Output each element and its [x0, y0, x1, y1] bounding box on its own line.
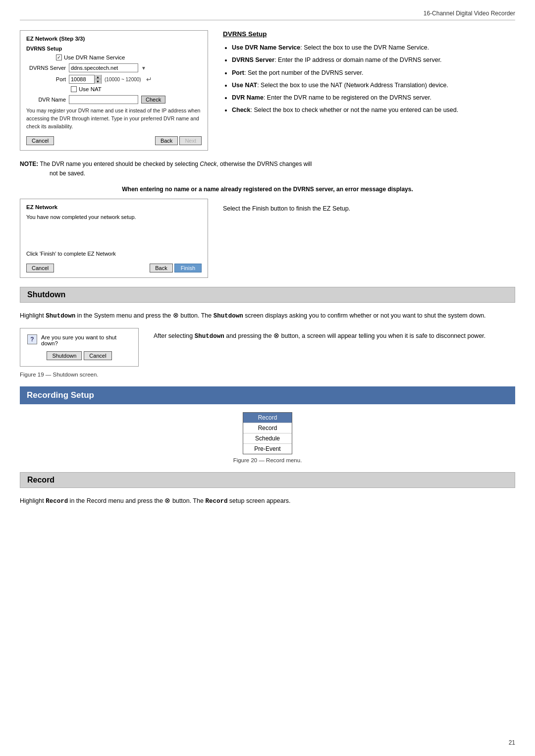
port-label: Port: [26, 76, 66, 82]
shutdown-two-col: ? Are you sure you want to shut down? Sh…: [20, 328, 515, 367]
bullet-text-6: : Select the box to check whether or not…: [251, 107, 459, 113]
note-label: NOTE:: [20, 161, 38, 167]
dvr-name-input[interactable]: [69, 95, 138, 104]
dropdown-arrow-icon: ▼: [141, 65, 146, 71]
record-body-text1: Highlight: [20, 497, 46, 504]
port-range-hint: (10000 ~ 12000): [105, 77, 141, 82]
return-icon: ↵: [146, 75, 152, 83]
shutdown-figure-caption: Figure 19 — Shutdown screen.: [20, 372, 515, 378]
record-body-text3: button. The: [170, 497, 205, 504]
back-button[interactable]: Back: [155, 136, 178, 145]
bullet-text-5: : Enter the DVR name to be registered on…: [264, 94, 431, 101]
record-menu-item-2[interactable]: Schedule: [243, 433, 292, 443]
port-row: Port ▲ ▼ (10000 ~ 12000) ↵: [26, 75, 202, 84]
shutdown-cancel-dialog-btn[interactable]: Cancel: [84, 351, 111, 360]
dvrns-server-label: DVRNS Server: [26, 65, 66, 71]
ez-back-button[interactable]: Back: [150, 264, 172, 272]
use-nat-label: Use NAT: [79, 86, 102, 92]
shutdown-dialog-question: Are you sure you want to shut down?: [41, 334, 131, 346]
ez-complete-title: EZ Network: [26, 204, 202, 210]
dvrns-bullet-list: Use DVR Name Service: Select the box to …: [223, 43, 515, 116]
bullet-text-1: : Select the box to use the DVR Name Ser…: [300, 44, 429, 51]
ez-network-box: EZ Network (Step 3/3) DVRNS Setup ✓ Use …: [20, 30, 208, 151]
shutdown-body-text3: button. The: [179, 312, 214, 319]
dvrns-server-row: DVRNS Server ▼: [26, 63, 202, 72]
dvrns-setup-right-col: DVRNS Setup Use DVR Name Service: Select…: [223, 30, 515, 151]
ez-complete-hint: Click 'Finish' to complete EZ Network: [26, 251, 202, 257]
shutdown-heading: Shutdown: [27, 290, 65, 299]
note-sub-text: When entering no name or a name already …: [122, 186, 413, 193]
bullet-text-3: : Set the port number of the DVRNS serve…: [244, 69, 363, 76]
record-body-text4: setup screen appears.: [227, 497, 290, 504]
dvr-name-label: DVR Name: [26, 97, 66, 103]
check-button[interactable]: Check: [141, 96, 165, 104]
ez-complete-section: EZ Network You have now completed your n…: [20, 199, 515, 278]
record-enter-icon: ⊗: [164, 496, 170, 504]
dvrns-setup-label: DVRNS Setup: [26, 46, 202, 52]
record-body-bold: Record: [46, 498, 68, 505]
shutdown-right-text2: and pressing the: [224, 332, 273, 339]
shutdown-dialog-inner: ? Are you sure you want to shut down?: [27, 334, 131, 346]
use-nat-row: Use NAT: [71, 86, 202, 92]
note-sub: When entering no name or a name already …: [20, 186, 515, 193]
shutdown-right-text: After selecting Shutdown and pressing th…: [154, 328, 515, 367]
page-header: 16-Channel Digital Video Recorder: [20, 10, 515, 20]
ez-network-left-col: EZ Network (Step 3/3) DVRNS Setup ✓ Use …: [20, 30, 208, 151]
record-heading: Record: [27, 476, 54, 484]
use-dvr-checkbox[interactable]: ✓: [56, 54, 62, 60]
shutdown-dialog-btn[interactable]: Shutdown: [47, 351, 82, 360]
record-menu-container: Record Record Schedule Pre-Event Figure …: [20, 412, 515, 463]
shutdown-right-text1: After selecting: [154, 332, 195, 339]
record-figure-caption: Figure 20 — Record menu.: [20, 457, 515, 463]
shutdown-body-text4: screen displays asking you to confirm wh…: [243, 312, 486, 319]
ez-complete-box: EZ Network You have now completed your n…: [20, 199, 208, 278]
finish-button[interactable]: Finish: [174, 264, 202, 272]
shutdown-body-bold2: Shutdown: [214, 313, 243, 320]
port-input[interactable]: [69, 75, 94, 83]
dvrns-right-heading: DVRNS Setup: [223, 30, 515, 38]
shutdown-body: Highlight Shutdown in the System menu an…: [20, 310, 515, 321]
header-title: 16-Channel Digital Video Recorder: [424, 10, 515, 17]
shutdown-body-text1: Highlight: [20, 312, 46, 319]
dvrns-server-input[interactable]: [69, 63, 138, 72]
bullet-item-2: DVRNS Server: Enter the IP address or do…: [232, 55, 515, 65]
info-text: You may register your DVR name and use i…: [26, 107, 202, 130]
record-menu-item-1[interactable]: Record: [243, 423, 292, 433]
bullet-text-4: : Select the box to use the NAT (Network…: [257, 82, 448, 89]
bullet-term-1: Use DVR Name Service: [232, 44, 300, 51]
note-section: NOTE: The DVR name you entered should be…: [20, 160, 515, 178]
record-menu-box: Record Record Schedule Pre-Event: [243, 412, 292, 454]
ez-network-title: EZ Network (Step 3/3): [26, 36, 202, 42]
record-body: Highlight Record in the Record menu and …: [20, 495, 515, 506]
use-dvr-label: Use DVR Name Service: [64, 54, 125, 60]
spinner-down[interactable]: ▼: [94, 79, 101, 84]
ez-complete-right: Select the Finish button to finish the E…: [223, 199, 515, 278]
ez-complete-right-text: Select the Finish button to finish the E…: [223, 205, 350, 212]
ez-nav-buttons: Back Finish: [150, 264, 202, 272]
cancel-button[interactable]: Cancel: [26, 136, 54, 145]
shutdown-right-bold: Shutdown: [195, 333, 224, 340]
bullet-term-2: DVRNS Server: [232, 56, 274, 63]
bullet-item-1: Use DVR Name Service: Select the box to …: [232, 43, 515, 53]
bullet-term-4: Use NAT: [232, 82, 257, 89]
shutdown-body-text2: in the System menu and press the: [75, 312, 173, 319]
next-button[interactable]: Next: [179, 136, 202, 145]
shutdown-right-icon: ⊗: [273, 331, 279, 339]
record-menu-item-3[interactable]: Pre-Event: [243, 443, 292, 454]
port-spinner[interactable]: ▲ ▼: [69, 75, 102, 84]
shutdown-right-text3: button, a screen will appear telling you…: [279, 332, 485, 339]
page-number: 21: [509, 739, 515, 746]
bullet-text-2: : Enter the IP address or domain name of…: [274, 56, 441, 63]
shutdown-section-header: Shutdown: [20, 287, 515, 303]
ez-complete-buttons: Cancel Back Finish: [26, 262, 202, 272]
dvr-name-row: DVR Name Check: [26, 95, 202, 104]
spinner-arrows: ▲ ▼: [94, 75, 101, 84]
bullet-item-4: Use NAT: Select the box to use the NAT (…: [232, 80, 515, 91]
bullet-term-6: Check: [232, 107, 251, 113]
use-nat-checkbox[interactable]: [71, 86, 77, 92]
recording-setup-header: Recording Setup: [20, 386, 515, 404]
record-menu-header-item: Record: [243, 413, 292, 423]
ez-cancel-button[interactable]: Cancel: [26, 264, 54, 272]
spinner-up[interactable]: ▲: [94, 75, 101, 79]
box-buttons: Cancel Back Next: [26, 134, 202, 145]
